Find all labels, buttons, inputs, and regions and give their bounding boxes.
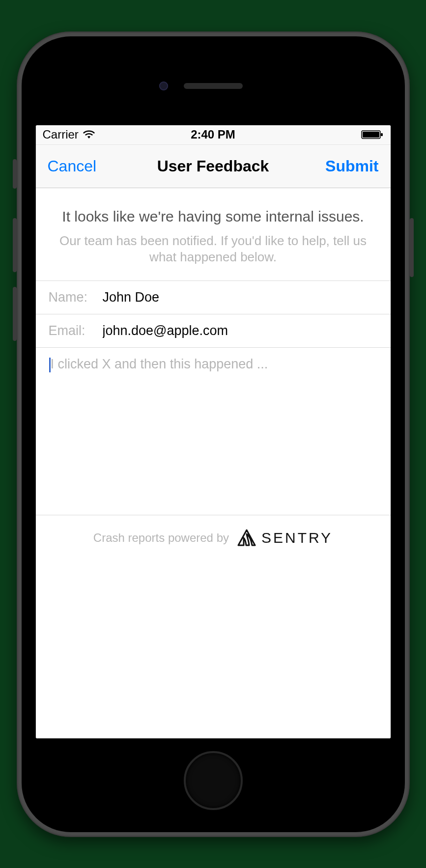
name-row: Name:: [36, 281, 391, 314]
email-input[interactable]: [103, 323, 376, 338]
sentry-icon: [237, 529, 256, 547]
submit-button[interactable]: Submit: [325, 157, 378, 175]
status-bar: Carrier 2:40 PM: [36, 125, 391, 145]
status-time: 2:40 PM: [191, 128, 235, 141]
earpiece: [184, 83, 243, 89]
phone-mute-switch: [13, 159, 17, 189]
text-cursor: [49, 358, 51, 372]
content-area: It looks like we're having some internal…: [36, 188, 391, 738]
footer: Crash reports powered by SENTRY: [36, 515, 391, 560]
svg-rect-1: [363, 132, 379, 138]
intro-subtitle: Our team has been notified. If you'd lik…: [51, 233, 376, 266]
phone-volume-down: [13, 287, 17, 341]
intro-section: It looks like we're having some internal…: [36, 188, 391, 281]
wifi-icon: [83, 130, 95, 140]
description-row: [36, 348, 391, 515]
nav-bar: Cancel User Feedback Submit: [36, 145, 391, 188]
phone-volume-up: [13, 218, 17, 272]
front-camera: [159, 82, 168, 90]
powered-by-label: Crash reports powered by: [93, 531, 229, 545]
home-button[interactable]: [184, 751, 243, 810]
sentry-logo: SENTRY: [237, 529, 333, 547]
email-row: Email:: [36, 314, 391, 348]
screen: Carrier 2:40 PM: [35, 125, 391, 739]
carrier-label: Carrier: [43, 128, 79, 141]
feedback-form: Name: Email:: [36, 280, 391, 515]
phone-bezel: Carrier 2:40 PM: [22, 36, 405, 832]
cancel-button[interactable]: Cancel: [48, 157, 97, 175]
intro-title: It looks like we're having some internal…: [51, 207, 376, 226]
email-label: Email:: [49, 323, 103, 338]
phone-frame: Carrier 2:40 PM: [17, 31, 410, 837]
name-label: Name:: [49, 290, 103, 305]
phone-power-button: [410, 218, 414, 277]
page-title: User Feedback: [157, 157, 269, 175]
description-input[interactable]: [51, 357, 376, 504]
svg-rect-2: [381, 133, 383, 136]
sentry-wordmark: SENTRY: [261, 530, 333, 546]
battery-icon: [361, 130, 384, 140]
name-input[interactable]: [103, 290, 376, 305]
